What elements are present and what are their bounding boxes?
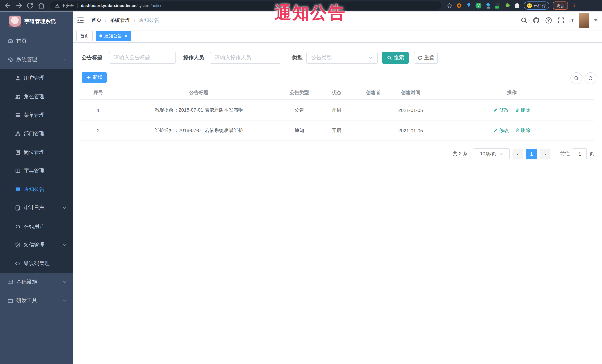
sidebar-item-基础设施[interactable]: 基础设施 <box>0 273 73 291</box>
delete-link-label: 删除 <box>521 107 530 114</box>
sidebar-item-用户管理[interactable]: 用户管理 <box>0 69 73 87</box>
menu-list-icon <box>15 112 21 118</box>
refresh-button[interactable] <box>585 72 596 84</box>
page-size-select[interactable]: 10条/页 <box>474 148 510 159</box>
ext-dark-on-icon[interactable] <box>495 3 501 9</box>
next-page-button[interactable]: › <box>540 149 550 159</box>
user-avatar[interactable] <box>579 13 589 28</box>
pagination-total: 共 2 条 <box>453 150 468 157</box>
edit-link[interactable]: 修改 <box>493 127 509 134</box>
goto-page-input[interactable]: 1 <box>573 148 587 159</box>
message-icon <box>15 187 21 192</box>
warning-icon <box>55 3 60 8</box>
tab-首页[interactable]: 首页 <box>76 31 93 41</box>
operator-filter-input[interactable]: 请输入操作人员 <box>210 52 280 64</box>
tab-通知公告[interactable]: 通知公告× <box>96 31 131 41</box>
sidebar-item-系统管理[interactable]: 系统管理 <box>0 50 73 69</box>
update-button[interactable]: 更新 <box>553 1 568 10</box>
column-header-操作: 操作 <box>430 86 594 100</box>
search-icon[interactable] <box>520 17 528 24</box>
sidebar-item-角色管理[interactable]: 角色管理 <box>0 87 73 106</box>
sidebar-item-岗位管理[interactable]: 岗位管理 <box>0 143 73 162</box>
delete-link[interactable]: 删除 <box>515 127 530 134</box>
page-1-button[interactable]: 1 <box>526 149 537 159</box>
cell-actions: 修改删除 <box>430 120 594 141</box>
column-header-公告标题: 公告标题 <box>117 86 280 100</box>
sidebar-item-错误码管理[interactable]: 错误码管理 <box>0 254 73 273</box>
ext-ring-icon[interactable] <box>456 3 462 9</box>
github-icon[interactable] <box>532 17 540 24</box>
prev-page-button[interactable]: ‹ <box>513 149 523 159</box>
sidebar-item-label: 在线用户 <box>24 223 44 230</box>
ext-leaf-icon[interactable] <box>505 3 510 9</box>
forward-icon[interactable] <box>14 1 24 10</box>
breadcrumb-item-系统管理[interactable]: 系统管理 <box>110 17 130 24</box>
ext-diamond-icon[interactable] <box>485 3 491 9</box>
pencil-icon <box>493 108 498 113</box>
close-icon[interactable]: × <box>125 34 127 38</box>
reset-button[interactable]: 重置 <box>414 52 438 64</box>
pencil-icon <box>493 128 498 133</box>
type-filter-select[interactable]: 公告类型 <box>306 52 378 64</box>
sidebar-item-首页[interactable]: 首页 <box>0 32 73 50</box>
sidebar-item-部门管理[interactable]: 部门管理 <box>0 125 73 143</box>
sidebar-item-label: 菜单管理 <box>24 112 44 119</box>
chevron-down-icon <box>62 298 67 303</box>
overlay-annotation: 通知公告 <box>274 1 346 24</box>
ext-puzzle-icon[interactable] <box>514 3 520 9</box>
sidebar-item-字典管理[interactable]: 字典管理 <box>0 162 73 180</box>
cell-title: 温馨提醒：2018-07-01 若依新版本发布啦 <box>117 100 280 120</box>
goto-label: 前往 <box>560 150 570 157</box>
sidebar-item-在线用户[interactable]: 在线用户 <box>0 217 73 236</box>
browser-menu-icon[interactable]: ⋮ <box>572 4 576 7</box>
app-window: 不安全 dashboard.yudao.iocoder.cn/system/no… <box>0 0 602 364</box>
toggle-search-button[interactable] <box>570 72 582 84</box>
help-icon[interactable] <box>545 17 552 24</box>
back-icon[interactable] <box>3 1 13 10</box>
badge-icon <box>15 149 21 155</box>
app-logo[interactable]: 芋道管理系统 <box>0 11 73 32</box>
cell-no: 1 <box>79 100 117 120</box>
sidebar-item-label: 短信管理 <box>24 242 44 248</box>
active-tab-dot-icon <box>99 34 102 37</box>
bookmark-star-icon[interactable] <box>447 3 452 9</box>
avatar-caret-icon[interactable] <box>594 19 598 21</box>
dashboard-icon <box>7 38 13 44</box>
sidebar-item-短信管理[interactable]: 短信管理 <box>0 236 73 254</box>
gear-icon <box>7 57 13 63</box>
notice-table: 序号公告标题公告类型状态创建者创建时间操作 1温馨提醒：2018-07-01 若… <box>79 86 594 141</box>
home-icon[interactable] <box>36 1 46 10</box>
font-size-icon[interactable]: tT <box>569 18 574 23</box>
navbar-tools: tT <box>520 13 602 28</box>
reload-icon[interactable] <box>25 1 35 10</box>
sidebar-item-label: 部门管理 <box>24 130 44 137</box>
address-bar[interactable]: 不安全 dashboard.yudao.iocoder.cn/system/no… <box>50 1 441 10</box>
sidebar-item-研发工具[interactable]: 研发工具 <box>0 291 73 310</box>
search-button[interactable]: 搜索 <box>382 52 409 64</box>
trash-icon <box>515 108 520 113</box>
sidebar-item-通知公告[interactable]: 通知公告 <box>0 180 73 199</box>
cell-type: 公告 <box>280 100 318 120</box>
profile-paused-pill[interactable]: 已暂停 <box>524 1 549 10</box>
column-header-创建者: 创建者 <box>355 86 392 100</box>
sidebar-item-审计日志[interactable]: 审计日志 <box>0 199 73 217</box>
breadcrumb-item-首页[interactable]: 首页 <box>91 17 102 24</box>
ext-v-icon[interactable] <box>475 3 482 9</box>
sidebar-item-label: 通知公告 <box>24 186 44 193</box>
page-size-label: 10条/页 <box>480 150 496 157</box>
title-filter-input[interactable]: 请输入公告标题 <box>109 52 176 64</box>
table-header-row: 序号公告标题公告类型状态创建者创建时间操作 <box>79 86 594 100</box>
trash-icon <box>515 128 520 133</box>
edit-link[interactable]: 修改 <box>493 107 509 114</box>
shield-icon <box>15 242 21 248</box>
hamburger-icon[interactable] <box>76 16 85 24</box>
ext-pin-icon[interactable] <box>466 3 472 9</box>
fullscreen-icon[interactable] <box>557 17 564 24</box>
sidebar-item-菜单管理[interactable]: 菜单管理 <box>0 106 73 125</box>
filter-form: 公告标题 请输入公告标题 操作人员 请输入操作人员 类型 公告类型 搜索 重置 <box>82 52 438 64</box>
url-host: dashboard.yudao.iocoder.cn <box>81 3 137 8</box>
cell-created: 2021-01-05 <box>392 120 430 141</box>
add-button[interactable]: 新增 <box>82 72 107 83</box>
delete-link[interactable]: 删除 <box>515 107 530 114</box>
cell-creator <box>355 100 392 120</box>
